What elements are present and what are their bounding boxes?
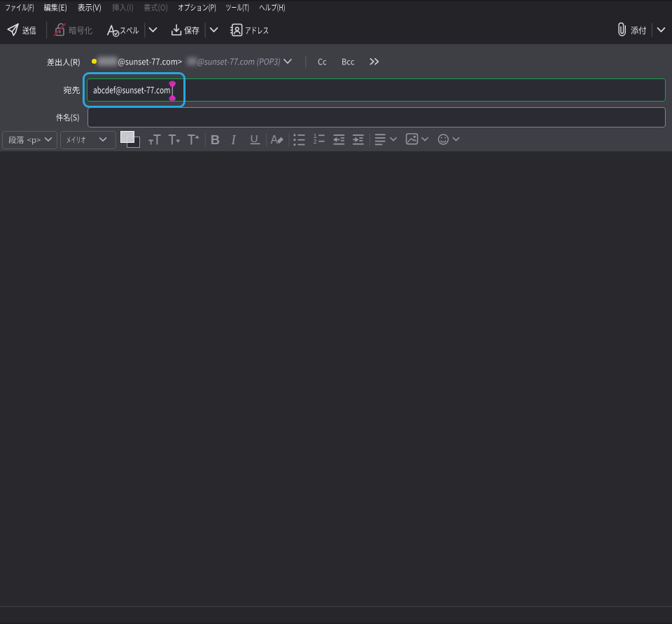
svg-text:2: 2 (313, 138, 316, 145)
svg-text:A: A (270, 134, 278, 146)
svg-text:I: I (231, 133, 237, 147)
svg-text:U: U (251, 132, 258, 144)
svg-text:B: B (211, 132, 220, 147)
